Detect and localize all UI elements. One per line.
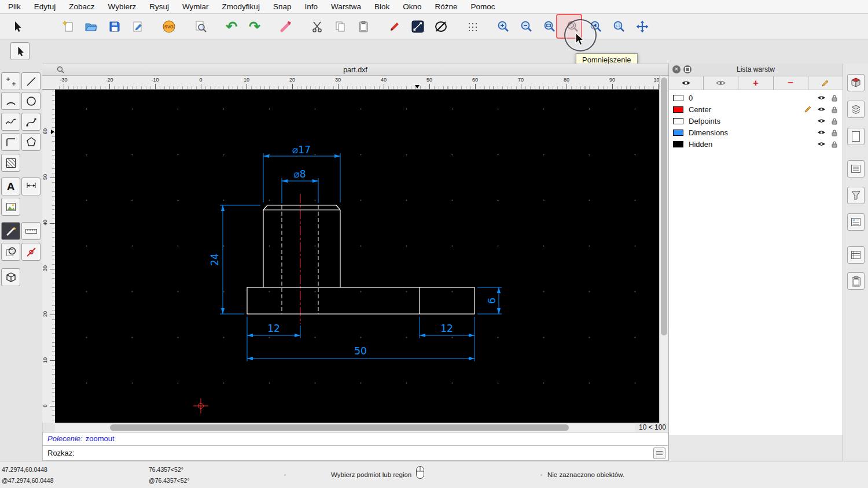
spline-tool-button[interactable] [21,113,41,131]
cut-button[interactable] [306,16,329,38]
edit-drawing-button[interactable] [126,16,149,38]
horizontal-scroll-thumb[interactable] [110,424,569,431]
remove-layer-button[interactable]: − [774,76,808,90]
layer-list-panel-button[interactable] [847,246,865,264]
arc-tool-button[interactable] [1,92,20,110]
layer-lock-toggle[interactable] [831,129,838,136]
grid-dots-icon [466,21,478,32]
select-pointer-button[interactable] [6,16,29,38]
measure-tool-button[interactable] [1,222,20,240]
measure-pencil-icon [5,225,17,237]
circle-tool-button[interactable] [21,92,41,110]
document-titlebar[interactable]: part.dxf [42,64,668,76]
redo-button[interactable]: ↷ [243,16,266,38]
save-button[interactable] [103,16,126,38]
text-tool-button[interactable]: A [1,178,20,195]
menu-pomoc[interactable]: Pomoc [471,2,495,11]
view-3d-panel-button[interactable] [847,74,865,91]
library-panel-button[interactable] [847,128,865,145]
hatch-tool-button[interactable] [1,154,20,172]
layer-visibility-toggle[interactable] [817,106,826,112]
copy-button[interactable] [329,16,352,38]
command-input[interactable] [78,448,653,458]
polygon-tool-button[interactable] [21,133,41,151]
zoom-pan-button[interactable] [631,16,654,38]
hruler-label: 90 [604,77,621,83]
layer-lock-toggle[interactable] [831,141,838,148]
ellipse-tool-button[interactable] [1,243,20,261]
zoom-in-icon [496,20,510,34]
undo-button[interactable]: ↶ [220,16,243,38]
dimension-tool-button[interactable] [21,178,41,195]
menu-info[interactable]: Info [304,2,318,11]
grid-toggle-button[interactable] [461,16,484,38]
add-layer-button[interactable]: + [738,76,773,90]
layer-row[interactable]: Hidden [669,138,843,150]
layer-lock-toggle[interactable] [831,117,838,125]
menu-wymiar[interactable]: Wymiar [182,2,209,11]
paste-button[interactable] [352,16,375,38]
filter-panel-button[interactable] [847,187,865,204]
menu-zobacz[interactable]: Zobacz [69,2,94,11]
zoom-redraw-button[interactable] [561,16,584,38]
layer-row[interactable]: Defpoints [669,115,843,127]
edit-layer-button[interactable] [808,76,843,90]
snap-line-tool-button[interactable] [21,243,41,261]
layer-lock-toggle[interactable] [831,106,838,113]
drawing-canvas[interactable]: ⌀17 ⌀8 24 6 12 12 50 [55,90,659,423]
layer-row[interactable]: 0 [669,92,843,103]
print-preview-button[interactable] [189,16,212,38]
menu-snap[interactable]: Snap [273,2,292,11]
freehand-tool-button[interactable] [1,113,20,131]
show-all-layers-button[interactable] [669,76,704,90]
line-tool-button[interactable] [21,72,41,90]
open-file-button[interactable] [80,16,103,38]
menu-wybierz[interactable]: Wybierz [108,2,137,11]
menu-rozne[interactable]: Różne [435,2,458,11]
zoom-auto-button[interactable] [538,16,561,38]
command-list-panel-button[interactable] [847,160,865,178]
layer-lock-toggle[interactable] [831,94,838,102]
menu-edytuj[interactable]: Edytuj [34,2,56,11]
vertical-scroll-thumb[interactable] [661,77,667,335]
ruler-tool-button[interactable] [21,222,41,240]
redo-icon: ↷ [249,19,260,35]
zoom-in-button[interactable] [492,16,515,38]
pen-properties-button[interactable] [383,16,406,38]
eye-icon [817,130,826,135]
zoom-previous-button[interactable] [584,16,608,38]
layer-visibility-toggle[interactable] [817,118,826,124]
block-list-panel-button[interactable] [847,101,865,118]
new-document-button[interactable] [57,16,80,38]
menu-rysuj[interactable]: Rysuj [149,2,169,11]
vertical-scrollbar[interactable] [659,76,668,423]
menu-okno[interactable]: Okno [403,2,421,11]
menu-plik[interactable]: Plik [8,2,21,11]
clipboard-panel-button[interactable] [847,272,865,290]
menu-blok[interactable]: Blok [374,2,389,11]
menu-zmodyfikuj[interactable]: Zmodyfikuj [222,2,260,11]
selection-attributes-button[interactable] [406,16,429,38]
point-tool-button[interactable] [1,72,20,90]
snap-selection-button[interactable] [10,42,30,60]
isometric-circle-button[interactable] [429,16,453,38]
layer-visibility-toggle[interactable] [817,130,826,135]
layer-row[interactable]: Center [669,103,843,115]
delete-button[interactable] [274,16,297,38]
layer-panel-toolbar: + − [669,76,843,90]
layer-row[interactable]: Dimensions [669,127,843,138]
export-svg-button[interactable]: SVG [157,16,181,38]
property-panel-button[interactable] [847,213,865,231]
polyline-tool-button[interactable] [1,133,20,151]
horizontal-scrollbar[interactable] [55,423,635,432]
command-options-button[interactable] [653,448,665,459]
floppy-disk-icon [108,20,121,33]
zoom-window-button[interactable] [608,16,631,38]
image-tool-button[interactable] [1,198,20,216]
menu-warstwa[interactable]: Warstwa [331,2,361,11]
layer-visibility-toggle[interactable] [817,141,826,147]
layer-visibility-toggle[interactable] [817,95,826,101]
solid-3d-tool-button[interactable] [1,268,20,286]
hide-all-layers-button[interactable] [704,76,738,90]
zoom-out-button[interactable] [515,16,538,38]
